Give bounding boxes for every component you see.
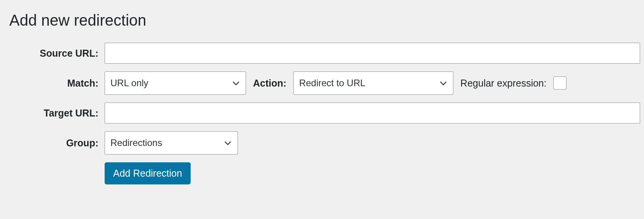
page-title: Add new redirection: [9, 12, 644, 29]
redirection-form: Source URL: Match: URL only Action:: [9, 39, 644, 188]
group-select[interactable]: Redirections: [105, 131, 238, 155]
target-url-input[interactable]: [105, 103, 640, 123]
source-url-input[interactable]: [105, 43, 640, 64]
match-label: Match:: [9, 68, 105, 99]
group-label: Group:: [9, 127, 105, 158]
chevron-down-icon: [231, 78, 241, 88]
match-select[interactable]: URL only: [105, 71, 246, 95]
chevron-down-icon: [438, 78, 448, 88]
action-label: Action:: [253, 78, 286, 89]
group-select-value: Redirections: [110, 137, 162, 148]
regex-checkbox[interactable]: [553, 76, 567, 90]
action-select[interactable]: Redirect to URL: [293, 71, 453, 95]
add-redirection-button[interactable]: Add Redirection: [105, 162, 191, 184]
source-url-label: Source URL:: [9, 39, 105, 68]
chevron-down-icon: [223, 138, 233, 148]
match-select-value: URL only: [110, 78, 148, 89]
regex-label: Regular expression:: [460, 78, 546, 89]
target-url-label: Target URL:: [9, 99, 105, 127]
action-select-value: Redirect to URL: [299, 78, 365, 89]
